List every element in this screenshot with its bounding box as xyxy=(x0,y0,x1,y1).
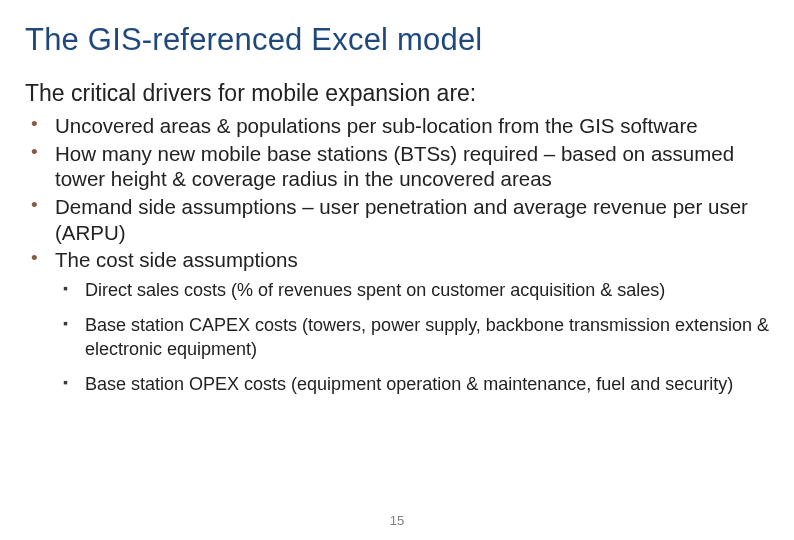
bullet-item: How many new mobile base stations (BTSs)… xyxy=(25,141,769,192)
sub-bullet-list: Direct sales costs (% of revenues spent … xyxy=(55,279,769,397)
bullet-item: Demand side assumptions – user penetrati… xyxy=(25,194,769,245)
bullet-item: Uncovered areas & populations per sub-lo… xyxy=(25,113,769,139)
sub-bullet-item: Base station CAPEX costs (towers, power … xyxy=(55,314,769,361)
bullet-list: Uncovered areas & populations per sub-lo… xyxy=(25,113,769,273)
slide-subtitle: The critical drivers for mobile expansio… xyxy=(25,80,769,107)
slide-title: The GIS-referenced Excel model xyxy=(25,22,769,58)
slide: The GIS-referenced Excel model The criti… xyxy=(0,0,794,540)
page-number: 15 xyxy=(0,513,794,528)
sub-bullet-item: Base station OPEX costs (equipment opera… xyxy=(55,373,769,396)
sub-bullet-item: Direct sales costs (% of revenues spent … xyxy=(55,279,769,302)
bullet-item: The cost side assumptions xyxy=(25,247,769,273)
